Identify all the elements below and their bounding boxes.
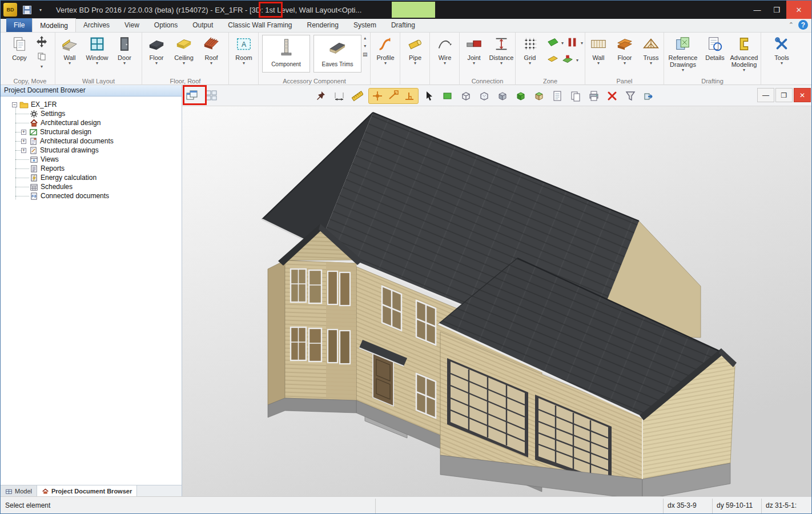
- zone-mixed-button[interactable]: [561, 53, 574, 68]
- grid-button[interactable]: Grid▾: [517, 34, 543, 76]
- tab-options[interactable]: Options: [147, 18, 185, 32]
- ruler-button[interactable]: [350, 89, 365, 103]
- help-icon[interactable]: ?: [798, 20, 808, 30]
- window-button[interactable]: Window▾: [84, 34, 110, 76]
- wire-box-button[interactable]: [459, 89, 473, 103]
- save-button[interactable]: [21, 3, 33, 16]
- document-tree: − EX_1FR Settings Architectural design: [1, 97, 182, 485]
- zone-mixed-caret[interactable]: ▾: [576, 58, 578, 63]
- reference-drawings-button[interactable]: Reference Drawings▾: [665, 34, 701, 76]
- joint-button[interactable]: Joint▾: [461, 34, 487, 76]
- maximize-button[interactable]: ❒: [767, 1, 786, 19]
- tab-drafting[interactable]: Drafting: [384, 18, 423, 32]
- truss-button[interactable]: Truss▾: [638, 34, 664, 76]
- zone-area-button[interactable]: [546, 36, 559, 51]
- room-button[interactable]: A Room▾: [231, 34, 257, 76]
- viewport-minimize-button[interactable]: —: [757, 88, 774, 102]
- expand-expander[interactable]: +: [21, 139, 26, 144]
- tree-item-architectural-documents[interactable]: + Architectural documents: [21, 136, 114, 146]
- roof-button[interactable]: Roof▾: [198, 34, 224, 76]
- tree-item-schedules[interactable]: Schedules: [29, 182, 73, 191]
- wire-button[interactable]: Wire▾: [432, 34, 458, 76]
- tree-item-energy-calculation[interactable]: Energy calculation: [29, 173, 97, 182]
- quick-access-dropdown[interactable]: ▾: [34, 3, 47, 16]
- tab-output[interactable]: Output: [185, 18, 220, 32]
- pipe-button[interactable]: Pipe▾: [402, 34, 428, 76]
- panel-floor-button[interactable]: Floor▾: [612, 34, 638, 76]
- zone-column-button[interactable]: [566, 36, 578, 51]
- zone-area-caret[interactable]: ▾: [561, 41, 564, 46]
- tab-classic-wall-framing[interactable]: Classic Wall Framing: [220, 18, 299, 32]
- model-viewport[interactable]: — ❒ ✕: [182, 85, 812, 496]
- viewport-close-button[interactable]: ✕: [794, 88, 811, 102]
- pin-view-button[interactable]: [313, 89, 328, 103]
- door-icon: [115, 35, 134, 53]
- minimize-button[interactable]: —: [747, 1, 767, 19]
- tree-item-architectural-design[interactable]: Architectural design: [29, 118, 101, 127]
- gallery-scroll: ▴ ▾ ▤: [363, 36, 368, 57]
- hidden-line-box-button[interactable]: [477, 89, 492, 103]
- render-cube-button[interactable]: [513, 89, 528, 103]
- group-zone: Grid▾ ▾ ▾ ▾ Zone: [516, 33, 585, 85]
- gallery-up-icon[interactable]: ▴: [364, 36, 366, 41]
- tree-item-reports[interactable]: Reports: [29, 164, 65, 173]
- tab-system[interactable]: System: [346, 18, 384, 32]
- distance-button[interactable]: Distance▾: [488, 34, 514, 76]
- collapse-expander[interactable]: −: [12, 102, 17, 107]
- expand-expander[interactable]: +: [21, 130, 26, 135]
- group-tools: Tools▾: [763, 33, 800, 85]
- floor-button[interactable]: Floor▾: [143, 34, 170, 76]
- filter-button[interactable]: [623, 89, 638, 103]
- gallery-down-icon[interactable]: ▾: [364, 44, 366, 49]
- select-element-button[interactable]: [422, 89, 437, 103]
- tree-item-root[interactable]: − EX_1FR: [12, 100, 57, 109]
- copy-view-button[interactable]: [568, 89, 583, 103]
- snap-node-button[interactable]: [370, 89, 385, 103]
- tree-item-views[interactable]: Views: [29, 155, 59, 164]
- zone-column-caret[interactable]: ▾: [581, 41, 583, 46]
- export-view-button[interactable]: [641, 89, 656, 103]
- snap-endpoint-button[interactable]: [386, 89, 401, 103]
- panel-wall-button[interactable]: Wall▾: [585, 34, 612, 76]
- tree-item-structural-design[interactable]: + Structural design: [21, 127, 91, 136]
- door-button[interactable]: Door▾: [111, 34, 138, 76]
- tree-item-structural-drawings[interactable]: + Structural drawings: [21, 146, 99, 155]
- expand-expander[interactable]: +: [21, 148, 26, 153]
- tools-button[interactable]: Tools▾: [769, 34, 795, 76]
- tab-view[interactable]: View: [117, 18, 147, 32]
- tab-rendering[interactable]: Rendering: [300, 18, 346, 32]
- copy-small-button[interactable]: [37, 52, 46, 63]
- tree-item-settings[interactable]: Settings: [29, 109, 65, 118]
- gallery-expand-icon[interactable]: ▤: [363, 52, 368, 57]
- print-view-button[interactable]: [586, 89, 601, 103]
- ceiling-button[interactable]: Ceiling▾: [171, 34, 197, 76]
- tab-modeling[interactable]: Modeling: [32, 18, 76, 32]
- viewport-restore-button[interactable]: ❒: [775, 88, 793, 102]
- snap-perpendicular-button[interactable]: [402, 89, 417, 103]
- tab-model[interactable]: Model: [1, 485, 37, 497]
- tab-archives[interactable]: Archives: [76, 18, 117, 32]
- copy-options-caret[interactable]: ▾: [41, 65, 43, 69]
- group-floor-roof: Floor▾ Ceiling▾ Roof▾ Floor, Roof: [142, 33, 229, 85]
- advanced-modeling-button[interactable]: Advanced Modeling▾: [728, 34, 760, 76]
- create-zone-button[interactable]: [440, 89, 455, 103]
- profile-button[interactable]: Profile▾: [372, 34, 399, 76]
- advanced-modeling-icon: [735, 35, 753, 53]
- move-button[interactable]: [35, 35, 49, 51]
- delete-button[interactable]: [605, 89, 620, 103]
- tab-project-document-browser[interactable]: Project Document Browser: [37, 485, 137, 497]
- component-button[interactable]: Component: [262, 35, 310, 73]
- collapse-ribbon-icon[interactable]: ⌃: [789, 21, 794, 29]
- dimension-button[interactable]: [332, 89, 347, 103]
- details-button[interactable]: Details: [702, 34, 728, 76]
- tab-file[interactable]: File: [6, 18, 32, 32]
- texture-cube-button[interactable]: [532, 89, 546, 103]
- close-button[interactable]: ✕: [786, 1, 811, 19]
- copy-button[interactable]: Copy: [6, 34, 33, 76]
- zone-slab-button[interactable]: [546, 53, 559, 68]
- eaves-trims-button[interactable]: Eaves Trims: [313, 35, 361, 73]
- report-view-button[interactable]: [550, 89, 565, 103]
- tree-item-connected-documents[interactable]: Connected documents: [29, 191, 109, 200]
- wall-button[interactable]: Wall▾: [57, 34, 83, 76]
- shaded-box-button[interactable]: [495, 89, 510, 103]
